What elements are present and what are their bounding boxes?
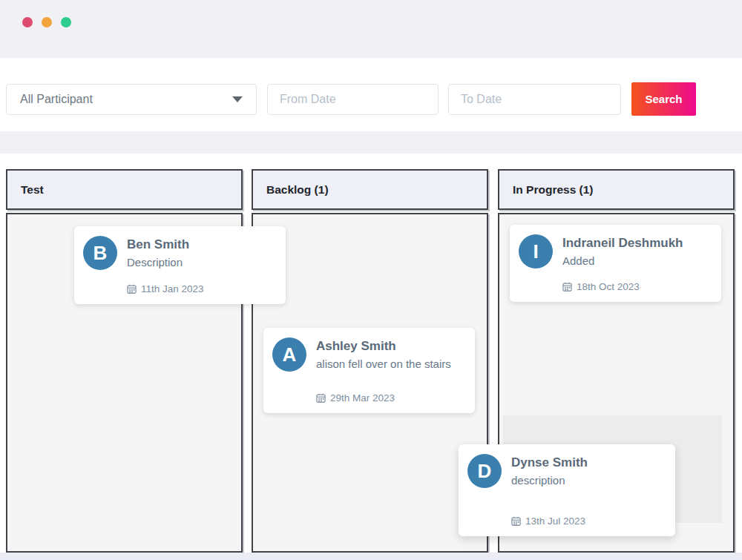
card-description: Added [562, 254, 712, 267]
column-header-backlog: Backlog (1) [252, 169, 488, 210]
column-title: Backlog (1) [266, 183, 329, 197]
card-date-row: 29th Mar 2023 [316, 392, 466, 403]
calendar-icon [511, 516, 521, 526]
card-text: Ashley Smith alison fell over on the sta… [316, 337, 466, 403]
divider-strip [0, 131, 742, 154]
filter-bar: All Participant Search [0, 58, 742, 131]
search-button[interactable]: Search [631, 82, 696, 116]
to-date-input[interactable] [448, 84, 621, 115]
card-date-row: 18th Oct 2023 [562, 281, 712, 292]
card-name: Indraneil Deshmukh [562, 236, 712, 251]
card-date: 29th Mar 2023 [330, 392, 395, 403]
minimize-window-dot-icon[interactable] [42, 17, 52, 27]
card-name: Dynse Smith [511, 455, 666, 470]
avatar: I [519, 234, 553, 269]
card-date: 11th Jan 2023 [141, 283, 204, 294]
participant-select[interactable]: All Participant [6, 84, 257, 115]
column-header-test: Test [6, 169, 243, 210]
calendar-icon [562, 282, 572, 291]
from-date-input[interactable] [267, 84, 439, 115]
column-title: Test [21, 183, 44, 197]
kanban-card-ashley-smith[interactable]: A Ashley Smith alison fell over on the s… [263, 328, 475, 413]
card-date-row: 13th Jul 2023 [511, 515, 666, 527]
close-window-dot-icon[interactable] [22, 17, 33, 27]
calendar-icon [127, 284, 137, 294]
card-description: Description [127, 256, 277, 269]
avatar: B [83, 236, 117, 270]
column-header-in-progress: In Progress (1) [498, 169, 735, 210]
column-title: In Progress (1) [513, 183, 594, 197]
card-text: Ben Smith Description 11th Jan 2023 [127, 236, 277, 294]
chevron-down-icon [232, 96, 243, 102]
card-description: description [511, 474, 666, 487]
card-date-row: 11th Jan 2023 [127, 283, 277, 294]
kanban-card-dynse-smith[interactable]: D Dynse Smith description 13th Jul 2023 [459, 444, 675, 536]
participant-select-value: All Participant [20, 93, 93, 106]
kanban-card-ben-smith[interactable]: B Ben Smith Description 11th Jan 2023 [74, 226, 286, 304]
maximize-window-dot-icon[interactable] [61, 17, 71, 27]
card-date: 18th Oct 2023 [577, 281, 640, 292]
card-name: Ben Smith [127, 237, 277, 252]
card-date: 13th Jul 2023 [525, 515, 585, 527]
avatar: A [272, 337, 306, 372]
card-description: alison fell over on the stairs [316, 358, 466, 370]
window-controls [22, 17, 71, 27]
kanban-card-indraneil-deshmukh[interactable]: I Indraneil Deshmukh Added 18th Oct 2023 [510, 225, 721, 302]
bottom-strip [0, 553, 742, 560]
calendar-icon [316, 393, 326, 403]
card-text: Indraneil Deshmukh Added 18th Oct 2023 [562, 234, 712, 292]
card-name: Ashley Smith [316, 339, 466, 354]
card-text: Dynse Smith description 13th Jul 2023 [511, 454, 666, 527]
avatar: D [467, 454, 502, 488]
window-titlebar [0, 0, 742, 58]
